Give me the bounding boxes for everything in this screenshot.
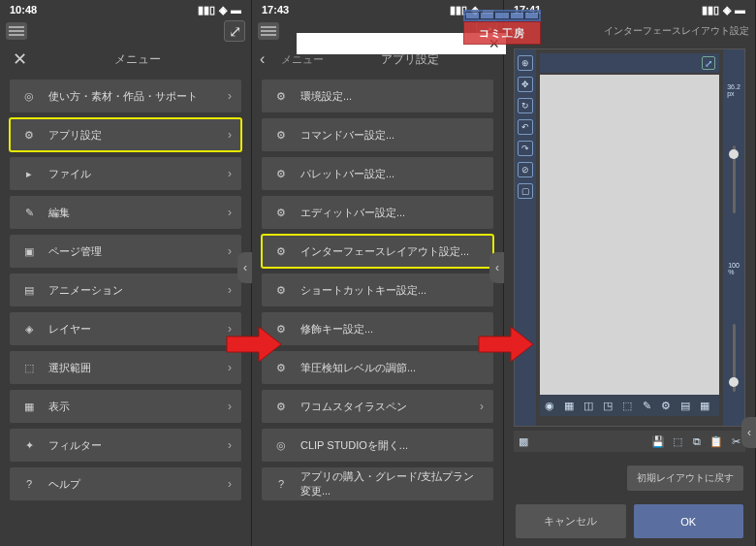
menu-item[interactable]: ✦フィルター›	[10, 429, 241, 462]
menu-item[interactable]: ?ヘルプ›	[10, 467, 241, 500]
palette-icon[interactable]: ▦	[561, 398, 577, 413]
top-bar: ⤢	[0, 19, 251, 43]
ok-button[interactable]: OK	[634, 504, 744, 538]
checker-icon[interactable]: ▩	[516, 434, 531, 449]
menu-item[interactable]: ◎CLIP STUDIOを開く...	[262, 429, 493, 462]
tool-redo-icon[interactable]: ↷	[518, 141, 533, 156]
layers-icon[interactable]: ◫	[581, 398, 596, 413]
save-icon[interactable]: 💾	[650, 434, 666, 449]
right-slider-bar[interactable]: 36.2px 100%	[723, 49, 744, 426]
status-bar: 17:41 ▮▮▯ ◈ ▬	[504, 0, 755, 19]
menu-item[interactable]: ⚙パレットバー設定...	[262, 157, 493, 190]
layout-title: インターフェースレイアウト設定	[523, 24, 749, 38]
menu-item-label: アプリの購入・グレード/支払プラン変更...	[300, 469, 484, 498]
menu-item[interactable]: ⬚選択範囲›	[10, 351, 241, 384]
side-handle[interactable]: ‹	[489, 252, 505, 283]
fullscreen-icon[interactable]: ⤢	[702, 56, 715, 70]
hamburger-icon[interactable]	[6, 22, 27, 40]
menu-item-label: ワコムスタイラスペン	[300, 400, 470, 414]
chevron-right-icon: ›	[228, 438, 232, 452]
color-icon[interactable]: ◉	[542, 398, 557, 413]
side-handle[interactable]: ‹	[741, 417, 756, 448]
menu-item[interactable]: ⚙筆圧検知レベルの調節...	[262, 351, 493, 384]
canvas-topbar[interactable]: ⤢	[540, 53, 719, 73]
signal-icon: ▮▮▯	[198, 4, 215, 16]
menu-item[interactable]: ⚙修飾キー設定...	[262, 312, 493, 345]
slider-thumb[interactable]	[729, 149, 739, 159]
arrow-icon	[477, 325, 535, 364]
material-icon[interactable]: ⬚	[619, 398, 635, 413]
gear-icon: ⚙	[271, 203, 291, 222]
chevron-right-icon: ›	[228, 167, 232, 180]
tool-deselect-icon[interactable]: ▢	[518, 183, 533, 199]
svg-marker-1	[479, 327, 533, 362]
tool-loupe-icon[interactable]: ⊕	[518, 55, 533, 71]
select-icon[interactable]: ⬚	[670, 434, 685, 449]
tool-move-icon[interactable]: ✥	[518, 77, 533, 92]
gear-icon: ⚙	[271, 164, 291, 183]
edit-icon: ✎	[19, 203, 39, 222]
close-icon[interactable]: ✕	[8, 48, 31, 70]
left-toolbar[interactable]: ⊕ ✥ ↻ ↶ ↷ ⊘ ▢	[515, 49, 536, 426]
canvas-preview[interactable]: ⊕ ✥ ↻ ↶ ↷ ⊘ ▢ ⤢ ◉ ▦ ◫ ◳ ⬚ ✎	[514, 48, 745, 427]
tool-icon[interactable]: ✎	[639, 398, 654, 413]
side-handle[interactable]: ‹	[237, 252, 253, 283]
menu-item-label: エディットバー設定...	[300, 206, 484, 220]
subview-icon[interactable]: ◳	[600, 398, 615, 413]
slider-thumb[interactable]	[729, 377, 739, 387]
opacity-slider[interactable]	[733, 324, 736, 392]
copy-icon[interactable]: ⧉	[689, 434, 705, 449]
menu-item[interactable]: ⚙アプリ設定›	[10, 118, 241, 151]
settings-list: ⚙環境設定...⚙コマンドバー設定...⚙パレットバー設定...⚙エディットバー…	[252, 76, 503, 504]
cancel-button[interactable]: キャンセル	[516, 504, 626, 538]
tool-clear-icon[interactable]: ⊘	[518, 162, 533, 177]
wifi-icon: ◈	[723, 4, 731, 16]
chevron-right-icon: ›	[228, 89, 232, 103]
reset-layout-button[interactable]: 初期レイアウトに戻す	[627, 466, 743, 491]
menu-item[interactable]: ⚙環境設定...	[262, 80, 493, 112]
menu-item[interactable]: ⚙ショートカットキー設定...	[262, 273, 493, 306]
hamburger-icon[interactable]	[258, 22, 279, 40]
dialog-buttons: キャンセル OK	[504, 498, 755, 544]
layout-header: ‹ インターフェースレイアウト設定	[504, 19, 755, 43]
watermark-logo: コミ工房	[463, 10, 541, 47]
signal-icon: ▮▮▯	[702, 4, 719, 16]
menu-item-label: レイヤー	[48, 322, 218, 337]
tool-undo-icon[interactable]: ↶	[518, 119, 533, 135]
menu-item-label: アニメーション	[48, 283, 218, 298]
menu-item[interactable]: ◎使い方・素材・作品・サポート›	[10, 80, 241, 112]
menu-item[interactable]: ✎編集›	[10, 196, 241, 229]
tool-rotate-icon[interactable]: ↻	[518, 98, 533, 113]
menu-item[interactable]: ▤アニメーション›	[10, 273, 241, 306]
filter-icon: ✦	[19, 435, 39, 455]
menu-item[interactable]: ⚙インターフェースレイアウト設定...	[262, 235, 493, 268]
chevron-right-icon: ›	[228, 477, 232, 491]
spiral-icon: ◎	[271, 435, 291, 455]
brush-size-slider[interactable]	[733, 145, 736, 213]
paste-icon[interactable]: 📋	[709, 434, 724, 449]
prop-icon[interactable]: ⚙	[658, 398, 674, 413]
menu-item[interactable]: ▣ページ管理›	[10, 235, 241, 268]
help-icon: ?	[271, 474, 291, 494]
expand-icon[interactable]: ⤢	[224, 20, 245, 42]
canvas-page[interactable]	[540, 75, 719, 395]
menu-item-label: アプリ設定	[48, 128, 218, 143]
menu-item[interactable]: ⚙エディットバー設定...	[262, 196, 493, 229]
menu-item[interactable]: ▦表示›	[10, 390, 241, 423]
bottom-toolbar-1[interactable]: ◉ ▦ ◫ ◳ ⬚ ✎ ⚙ ▤ ▦	[540, 395, 719, 416]
chevron-right-icon: ›	[228, 283, 232, 297]
grid-icon[interactable]: ▦	[697, 398, 712, 413]
menu-item-label: パレットバー設定...	[300, 167, 484, 181]
menu-item[interactable]: ?アプリの購入・グレード/支払プラン変更...	[262, 467, 493, 500]
menu-item[interactable]: ▸ファイル›	[10, 157, 241, 190]
help-icon: ?	[19, 474, 39, 494]
menu-item[interactable]: ⚙コマンドバー設定...	[262, 118, 493, 151]
menu-item[interactable]: ⚙ワコムスタイラスペン›	[262, 390, 493, 423]
bottom-toolbar-2[interactable]: ▩ 💾 ⬚ ⧉ 📋 ✂	[514, 431, 745, 452]
nav-icon[interactable]: ▤	[677, 398, 693, 413]
menu-item[interactable]: ◈レイヤー›	[10, 312, 241, 345]
watermark-text: コミ工房	[463, 21, 541, 45]
gear-icon: ⚙	[271, 280, 291, 300]
back-icon[interactable]: ‹	[260, 50, 277, 68]
reset-row: 初期レイアウトに戻す	[504, 458, 755, 498]
